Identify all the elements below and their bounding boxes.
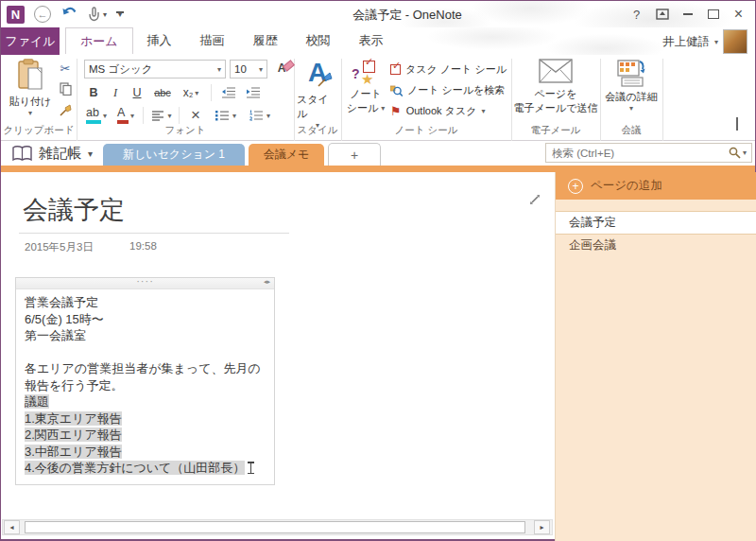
add-page-button[interactable]: + ページの追加	[556, 172, 756, 200]
meeting-details-dropdown-icon: ▾	[629, 104, 633, 113]
cut-button[interactable]: ✂	[56, 60, 75, 77]
expand-diagonal-icon	[528, 193, 541, 206]
note-text-selected: 4.今後の営業方針について（山田部長）	[25, 461, 245, 475]
onenote-app-icon[interactable]: N	[7, 6, 25, 24]
note-text: 第一会議室	[25, 328, 86, 342]
full-page-view-button[interactable]	[528, 193, 541, 210]
new-section-tab[interactable]: +	[328, 143, 381, 166]
find-tags-button[interactable]: ノート シールを検索	[390, 81, 509, 98]
styles-button[interactable]: A スタイル ▾	[297, 59, 338, 134]
close-button[interactable]: ×	[726, 4, 751, 25]
text-cursor	[248, 462, 254, 474]
copy-button[interactable]	[56, 80, 75, 97]
touch-mode-button[interactable]: ▾	[88, 7, 107, 22]
back-button[interactable]: ←	[34, 6, 51, 23]
tab-draw[interactable]: 描画	[186, 27, 239, 54]
highlight-color-button[interactable]: ab ▾	[84, 106, 109, 125]
font-family-combo[interactable]: MS ゴシック ▾	[84, 60, 226, 79]
font-family-dropdown-icon: ▾	[217, 65, 221, 74]
scroll-left-button[interactable]: ◂	[4, 520, 20, 534]
note-line[interactable]: 2.関西エリア報告	[25, 427, 266, 444]
increase-indent-button[interactable]	[243, 83, 264, 102]
notebook-selector[interactable]: 雑記帳 ▾	[12, 145, 93, 163]
note-line[interactable]: 第一会議室	[25, 327, 266, 344]
page-canvas[interactable]: 会議予定 2015年5月3日 19:58 ···· ◂▸ 営業会議予定 6/5(…	[2, 172, 555, 518]
help-button[interactable]: ?	[624, 4, 649, 25]
strikethrough-button[interactable]: abc	[149, 83, 176, 102]
tab-file[interactable]: ファイル	[1, 27, 60, 55]
decrease-indent-button[interactable]	[218, 83, 239, 102]
qat-customize-button[interactable]: ▾	[116, 11, 124, 17]
note-container[interactable]: ···· ◂▸ 営業会議予定 6/5(金) 15時〜 第一会議室 各エリアの営業…	[15, 277, 275, 485]
tab-home[interactable]: ホーム	[65, 27, 133, 54]
note-line[interactable]	[25, 344, 266, 361]
scroll-right-button[interactable]: ▸	[534, 520, 550, 534]
increase-indent-icon	[246, 87, 261, 98]
meeting-group-label: 会議	[600, 124, 662, 137]
maximize-button[interactable]	[700, 4, 726, 25]
search-box[interactable]: ▾	[545, 143, 752, 163]
task-tag-button[interactable]: ✓ タスク ノート シール	[390, 61, 509, 78]
subscript-button[interactable]: x₂ ▾	[179, 83, 203, 102]
note-tags-button[interactable]: ✓ ? ★ ノート シール▾	[345, 59, 387, 134]
page-list-item-selected[interactable]: 会議予定	[556, 211, 756, 235]
search-icon[interactable]	[729, 147, 741, 159]
back-arrow-icon: ←	[38, 9, 48, 20]
font-color-button[interactable]: A ▾	[114, 106, 137, 125]
undo-button[interactable]	[60, 5, 78, 24]
user-avatar[interactable]	[723, 29, 747, 54]
email-page-button[interactable]: ページを 電子メールで送信	[513, 59, 598, 134]
meeting-details-label: 会議の詳細	[605, 90, 657, 104]
meeting-details-button[interactable]: 会議の詳細 ▾	[603, 59, 660, 134]
section-tab-new-section-1[interactable]: 新しいセクション 1	[103, 144, 245, 166]
numbering-button[interactable]: ▾	[247, 106, 273, 125]
tab-view[interactable]: 表示	[345, 27, 398, 54]
note-line[interactable]: 4.今後の営業方針について（山田部長）	[25, 460, 266, 477]
note-line[interactable]: 6/5(金) 15時〜	[25, 311, 266, 328]
task-checkbox-icon: ✓	[390, 64, 401, 75]
page-list-item[interactable]: 企画会議	[556, 235, 756, 256]
outlook-task-button[interactable]: ⚑ Outlook タスク ▾	[390, 102, 509, 119]
italic-button[interactable]: I	[106, 83, 125, 102]
touch-mode-dropdown-icon: ▾	[103, 10, 107, 19]
search-input[interactable]	[546, 148, 729, 159]
styles-label: スタイル	[297, 93, 338, 121]
paragraph-alignment-button[interactable]: ▾	[148, 106, 175, 125]
scrollbar-thumb[interactable]	[25, 521, 525, 533]
note-line[interactable]: 各エリアの営業担当者が集まって、先月の	[25, 360, 266, 377]
help-icon: ?	[633, 8, 640, 22]
drag-handle-dots-icon[interactable]: ····	[136, 275, 154, 287]
minimize-button[interactable]	[675, 4, 700, 25]
tab-review[interactable]: 校閲	[292, 27, 345, 54]
account-area[interactable]: 井上健語 ▾	[662, 29, 747, 54]
note-text-selected: 議題	[25, 394, 49, 409]
collapse-ribbon-button[interactable]	[736, 119, 738, 131]
note-line[interactable]: 3.中部エリア報告	[25, 444, 266, 461]
tab-history[interactable]: 履歴	[239, 27, 292, 54]
underline-button[interactable]: U	[128, 83, 146, 102]
note-line[interactable]: 議題	[25, 393, 266, 410]
note-line[interactable]: 報告を行う予定。	[25, 377, 266, 394]
note-body[interactable]: 営業会議予定 6/5(金) 15時〜 第一会議室 各エリアの営業担当者が集まって…	[16, 289, 274, 481]
clear-button[interactable]: ×	[184, 105, 207, 126]
bold-button[interactable]: B	[84, 83, 103, 102]
styles-group-label: スタイル	[294, 124, 341, 137]
paste-button[interactable]: 貼り付け ▾	[7, 59, 54, 134]
clear-formatting-button[interactable]: A	[271, 59, 292, 78]
ribbon-display-options-button[interactable]	[649, 4, 675, 25]
resize-arrows-icon[interactable]: ◂▸	[264, 278, 270, 286]
search-scope-dropdown-icon[interactable]: ▾	[743, 148, 747, 157]
format-painter-button[interactable]	[56, 102, 75, 119]
note-container-handle[interactable]: ···· ◂▸	[16, 278, 274, 289]
note-line[interactable]: 営業会議予定	[25, 294, 266, 311]
horizontal-scrollbar[interactable]: ◂ ▸	[2, 519, 553, 535]
bullets-icon	[215, 110, 230, 121]
note-line[interactable]: 1.東京エリア報告	[25, 410, 266, 428]
font-size-combo[interactable]: 10 ▾	[230, 60, 267, 79]
page-title[interactable]: 会議予定	[23, 193, 125, 227]
bullets-button[interactable]: ▾	[213, 106, 239, 125]
section-tab-kaigi-memo[interactable]: 会議メモ	[249, 144, 324, 166]
email-page-label-line2: 電子メールで送信	[514, 101, 598, 115]
tab-insert[interactable]: 挿入	[133, 27, 186, 54]
quick-access-toolbar: N ← ▾ ▾	[7, 5, 124, 24]
